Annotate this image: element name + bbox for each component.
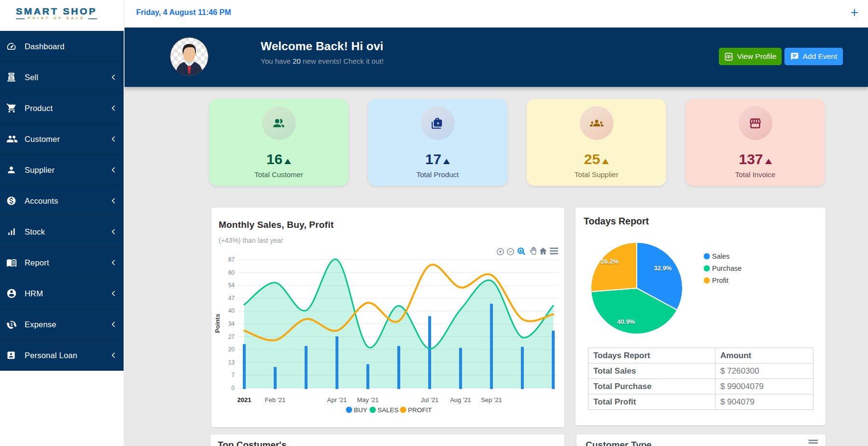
svg-text:Sep '21: Sep '21	[481, 396, 502, 404]
svg-text:Points: Points	[214, 314, 221, 333]
svg-text:40.9%: 40.9%	[617, 318, 635, 325]
svg-text:SALES: SALES	[378, 406, 399, 414]
svg-text:54: 54	[228, 282, 235, 289]
svg-text:67: 67	[228, 256, 235, 263]
svg-text:Profit: Profit	[712, 277, 728, 284]
svg-text:Aug '21: Aug '21	[450, 396, 471, 404]
svg-text:32.9%: 32.9%	[654, 265, 672, 272]
svg-text:Sales: Sales	[712, 252, 729, 260]
svg-text:Apr '21: Apr '21	[327, 396, 347, 404]
svg-text:7: 7	[231, 372, 235, 378]
svg-text:26.2%: 26.2%	[601, 258, 619, 265]
svg-text:Feb '21: Feb '21	[265, 396, 286, 404]
svg-text:47: 47	[228, 295, 235, 302]
svg-text:60: 60	[228, 269, 235, 276]
svg-text:Purchase: Purchase	[712, 265, 742, 272]
svg-text:13: 13	[228, 359, 235, 366]
svg-text:PROFIT: PROFIT	[408, 406, 432, 414]
svg-text:40: 40	[228, 307, 235, 314]
svg-text:27: 27	[228, 334, 235, 340]
svg-text:34: 34	[228, 321, 235, 327]
svg-text:0: 0	[231, 385, 235, 391]
svg-text:Jul '21: Jul '21	[420, 396, 438, 404]
svg-text:20: 20	[228, 346, 235, 353]
svg-text:BUY: BUY	[354, 406, 367, 414]
svg-text:May '21: May '21	[357, 396, 378, 404]
svg-text:2021: 2021	[238, 396, 252, 404]
